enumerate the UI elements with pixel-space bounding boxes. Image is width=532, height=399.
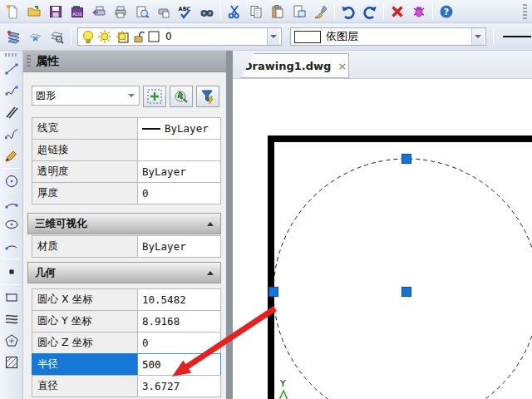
paste-icon[interactable] <box>267 2 288 22</box>
match-properties-icon[interactable] <box>310 2 332 22</box>
property-value[interactable]: 3.6727 <box>137 375 221 397</box>
properties-title-bar[interactable]: 属性 <box>23 51 226 72</box>
cut-icon[interactable] <box>224 2 245 22</box>
property-row[interactable]: 厚度 0 <box>32 182 221 204</box>
toolbar-separator <box>493 28 494 45</box>
object-type-arrow[interactable] <box>125 86 137 105</box>
layer-properties-icon[interactable] <box>3 27 25 47</box>
help-icon[interactable]: ? <box>436 2 457 22</box>
toolbar-drag-handle[interactable] <box>5 53 18 57</box>
select-objects-button[interactable] <box>170 86 193 107</box>
property-label: 圆心 Z 坐标 <box>32 332 137 354</box>
property-row[interactable]: 直径 3.6727 <box>32 375 221 397</box>
layer-name: 0 <box>165 31 172 42</box>
layer-search-icon[interactable] <box>47 27 68 47</box>
polyline-icon[interactable] <box>2 80 22 101</box>
mline-icon[interactable] <box>2 101 22 123</box>
arc-icon[interactable] <box>2 192 22 214</box>
document-tab[interactable]: Drawing1.dwg × <box>241 53 349 78</box>
toolbar-separator <box>71 28 71 45</box>
debug-icon[interactable] <box>408 2 430 22</box>
property-value[interactable]: 0 <box>137 182 221 204</box>
property-value[interactable]: 10.5482 <box>137 288 221 311</box>
property-value[interactable]: 0 <box>137 332 221 354</box>
collapse-icon[interactable] <box>207 222 214 226</box>
linetype-preview[interactable] <box>503 36 531 37</box>
close-icon[interactable]: × <box>337 60 347 72</box>
toolbar-drag-handle[interactable] <box>523 4 527 19</box>
open-icon[interactable] <box>23 2 45 22</box>
copy-icon[interactable] <box>245 2 267 22</box>
erase-icon[interactable] <box>387 2 408 22</box>
ellipse-arc-icon[interactable] <box>2 235 22 257</box>
layers-toolbar: 0 依图层 <box>0 23 532 51</box>
palette-drag-handle[interactable] <box>27 55 31 68</box>
print-icon[interactable] <box>110 2 131 22</box>
new-icon[interactable] <box>2 2 23 22</box>
print-preview-icon[interactable] <box>131 2 153 22</box>
property-label: 圆心 X 坐标 <box>32 288 137 311</box>
radius-input[interactable] <box>138 354 220 375</box>
property-label: 圆心 Y 坐标 <box>32 310 137 332</box>
hatch-icon[interactable] <box>2 352 22 373</box>
property-row[interactable]: 圆心 X 坐标 10.5482 <box>32 288 221 311</box>
section-header-geometry[interactable]: 几何 <box>27 262 221 283</box>
color-dropdown-arrow[interactable] <box>471 28 484 45</box>
property-row[interactable]: 圆心 Z 坐标 0 <box>32 332 221 354</box>
circle-icon[interactable] <box>2 170 22 192</box>
layer-dropdown[interactable]: 0 <box>77 27 282 46</box>
property-value[interactable]: ByLayer <box>137 117 221 140</box>
sketch-icon[interactable] <box>2 145 22 166</box>
lock-icon <box>132 29 145 44</box>
color-dropdown[interactable]: 依图层 <box>290 27 486 46</box>
grip-top-quadrant[interactable] <box>402 155 411 164</box>
property-row[interactable]: 超链接 <box>32 139 221 161</box>
property-row[interactable]: 材质 ByLayer <box>32 235 221 258</box>
save-icon[interactable] <box>45 2 66 22</box>
property-row[interactable]: 线宽 ByLayer <box>32 117 221 140</box>
page-setup-icon[interactable] <box>153 2 175 22</box>
rectangle-icon[interactable] <box>2 287 22 308</box>
layer-dropdown-arrow[interactable] <box>267 28 279 45</box>
plot-icon[interactable] <box>88 2 110 22</box>
point-icon[interactable] <box>2 261 22 283</box>
property-value[interactable] <box>137 139 221 161</box>
ellipse-icon[interactable] <box>2 214 22 235</box>
grip-center[interactable] <box>402 288 411 297</box>
color-value: 依图层 <box>326 29 358 44</box>
canvas-graphics: Y <box>233 79 532 399</box>
line-icon[interactable] <box>2 58 22 80</box>
property-row[interactable]: 圆心 Y 坐标 8.9168 <box>32 310 221 332</box>
property-value[interactable]: ByLayer <box>137 235 221 258</box>
spline-icon[interactable] <box>2 123 22 145</box>
layer-color-swatch <box>148 31 160 43</box>
layer-states-icon[interactable] <box>25 27 47 47</box>
property-row[interactable]: 透明度 ByLayer <box>32 160 221 183</box>
grip-left-quadrant[interactable] <box>269 288 278 297</box>
property-label: 材质 <box>32 235 137 258</box>
redo-icon[interactable] <box>359 2 381 22</box>
sun-icon <box>97 29 112 44</box>
polygon-icon[interactable] <box>2 330 22 352</box>
lineweight-glyph <box>142 128 160 130</box>
undo-icon[interactable] <box>337 2 359 22</box>
lightbulb-icon <box>81 29 95 44</box>
model-canvas[interactable]: Y <box>233 79 532 399</box>
section-header-3d-visualization[interactable]: 三维可视化 <box>27 213 221 234</box>
property-row-radius-selected[interactable]: 半径 <box>32 353 221 376</box>
find-icon[interactable] <box>196 2 218 22</box>
selected-circle-entity[interactable] <box>273 159 532 399</box>
radius-value-cell[interactable] <box>137 353 221 376</box>
spell-check-icon[interactable]: ABC <box>175 2 196 22</box>
toolbar-separator <box>334 3 335 20</box>
toggle-pickadd-button[interactable] <box>143 86 166 107</box>
paste-special-icon[interactable] <box>288 2 310 22</box>
export-acis-icon[interactable]: ACIS <box>66 2 88 22</box>
collapse-icon[interactable] <box>207 271 214 275</box>
object-type-select[interactable]: 圆形 <box>32 86 140 106</box>
palette-title: 属性 <box>36 54 59 69</box>
property-value[interactable]: 8.9168 <box>137 310 221 332</box>
revision-lines-icon[interactable] <box>2 308 22 330</box>
quick-select-button[interactable] <box>196 86 219 107</box>
property-value[interactable]: ByLayer <box>137 160 221 183</box>
